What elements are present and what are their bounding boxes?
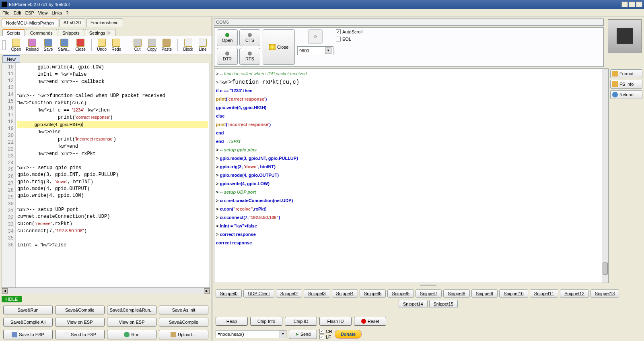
snippet-button-12[interactable]: Snippet12 <box>560 289 589 298</box>
run-button[interactable]: Run <box>107 330 156 339</box>
reload-icon <box>28 39 36 47</box>
snippet-button-5[interactable]: Snippet5 <box>360 289 386 298</box>
tab-at[interactable]: AT v0.20 <box>59 19 85 27</box>
reset-button[interactable]: Reset <box>354 317 386 326</box>
snippet-button-13[interactable]: Snippet13 <box>591 289 619 298</box>
donate-button[interactable]: Donate <box>335 330 362 339</box>
snippet-button-7[interactable]: Snippet7 <box>416 289 442 298</box>
rts-button[interactable]: RTS <box>239 48 260 65</box>
autoscroll-checkbox[interactable]: ✓AutoScroll <box>336 29 362 34</box>
status-dot-icon <box>6 298 6 301</box>
toolbar-block[interactable]: Block <box>182 38 195 52</box>
view-on-esp-button-1[interactable]: View on ESP <box>55 318 105 327</box>
snippet-button-2[interactable]: Snippet2 <box>276 289 302 298</box>
view-on-esp-button-2[interactable]: View on ESP <box>107 318 156 327</box>
snippet-button-10[interactable]: Snippet10 <box>499 289 528 298</box>
toolbar-open[interactable]: Open <box>10 38 23 52</box>
subtab-commands[interactable]: Commands <box>26 29 57 36</box>
toolbar-undo[interactable]: Undo <box>95 38 108 52</box>
save-compile-button-2[interactable]: Save&Compile <box>159 318 208 327</box>
save-compile-button[interactable]: Save&Compile <box>55 306 105 314</box>
toolbar-copy[interactable]: Copy <box>146 38 158 52</box>
snippet-button-3[interactable]: Snippet3 <box>304 289 330 298</box>
toolbar-close[interactable]: Close <box>74 38 87 52</box>
maximize-button[interactable]: □ <box>629 2 635 7</box>
eol-checkbox[interactable]: EOL <box>336 37 362 41</box>
scroll-left-icon[interactable]: ◀ <box>2 288 8 294</box>
flash-id-button[interactable]: Flash ID <box>319 317 352 326</box>
history-dropdown-icon[interactable]: ▼ <box>280 330 286 338</box>
close-port-button[interactable]: Close <box>263 29 295 65</box>
snippet-button-r2-1[interactable]: Snippet15 <box>429 300 458 308</box>
tab-frankenshtein[interactable]: Frankenshtein <box>86 19 123 27</box>
menu-help[interactable]: ? <box>66 10 68 15</box>
editor-toolbar: Open Reload Save Save... Close Undo Redo… <box>0 36 212 54</box>
close-icon <box>76 39 84 47</box>
menu-edit[interactable]: Edit <box>14 10 21 15</box>
menu-links[interactable]: Links <box>51 10 62 15</box>
snippet-button-0[interactable]: Snippet0 <box>216 289 242 298</box>
upload-button[interactable]: Upload ... <box>159 330 208 339</box>
code-area[interactable]: gpio.write(4, gpio.LOW) inInt = "kw">fal… <box>16 63 210 287</box>
toolbar-paste[interactable]: Paste <box>160 38 174 52</box>
toolbar-line[interactable]: Line <box>196 38 209 52</box>
power-icon <box>361 319 366 324</box>
save-run-button[interactable]: Save&Run <box>3 306 53 314</box>
new-file-icon[interactable] <box>2 40 6 50</box>
subtab-settings[interactable]: Settings <box>85 29 116 36</box>
subtab-scripts[interactable]: Scripts <box>2 29 25 36</box>
dtr-button[interactable]: DTR <box>217 48 238 65</box>
chip-info-button[interactable]: Chip Info <box>250 317 282 326</box>
save-icon <box>12 332 17 337</box>
toolbar-save[interactable]: Save <box>42 38 55 52</box>
refresh-ports-button[interactable]: ⟳ <box>308 29 323 44</box>
fsinfo-button[interactable]: FS Info <box>610 80 642 89</box>
chip-id-button[interactable]: Chip ID <box>285 317 317 326</box>
lf-checkbox[interactable]: ✓LF <box>319 335 332 339</box>
toolbar-reload[interactable]: Reload <box>24 38 40 52</box>
save-as-init-button[interactable]: Save As init <box>159 306 208 314</box>
cr-checkbox[interactable]: ✓CR <box>319 329 332 334</box>
file-tab-new[interactable]: New <box>2 55 20 63</box>
code-editor[interactable]: 1011121314151617181920212223242526272829… <box>2 63 210 288</box>
send-button[interactable]: ➤Send <box>289 330 317 339</box>
send-command-input[interactable] <box>216 330 280 338</box>
tab-nodemcu[interactable]: NodeMCU+MicroPython <box>2 19 58 27</box>
menu-view[interactable]: View <box>38 10 48 15</box>
minimize-button[interactable]: _ <box>621 2 628 7</box>
snippet-button-9[interactable]: Snippet9 <box>471 289 498 298</box>
block-icon <box>184 39 192 47</box>
left-panel: NodeMCU+MicroPython AT v0.20 Frankenshte… <box>0 17 212 341</box>
send-to-esp-button[interactable]: Send to ESP <box>55 330 105 339</box>
save-to-esp-button[interactable]: Save to ESP <box>3 330 53 339</box>
terminal-output[interactable]: > -- function called when UDP packet rec… <box>214 68 609 283</box>
snippet-button-4[interactable]: Snippet4 <box>332 289 358 298</box>
terminal-vscroll[interactable] <box>602 69 608 283</box>
window-titlebar: ESPlorer v0.2.0-rc1 by 4refr0nt _ □ × <box>0 0 644 9</box>
save-compile-run-button[interactable]: Save&Compile&Run... <box>107 306 156 314</box>
snippet-button-8[interactable]: Snippet8 <box>443 289 469 298</box>
save-compile-all-button[interactable]: Save&Compile All <box>3 318 53 327</box>
com-port-select[interactable]: COM6 <box>214 19 604 26</box>
heap-button[interactable]: Heap <box>216 317 248 326</box>
open-port-button[interactable]: Open <box>217 29 238 46</box>
close-window-button[interactable]: × <box>636 2 642 7</box>
snippet-button-6[interactable]: Snippet6 <box>387 289 414 298</box>
toolbar-saveas[interactable]: Save... <box>56 38 72 52</box>
scroll-right-icon[interactable]: ▶ <box>204 288 210 294</box>
menu-esp[interactable]: ESP <box>25 10 34 15</box>
toolbar-cut[interactable]: Cut <box>131 38 144 52</box>
subtab-snippets[interactable]: Snippets <box>58 29 84 36</box>
snippet-button-11[interactable]: Snippet11 <box>530 289 559 298</box>
snippet-button-1[interactable]: UDP Client <box>243 289 274 298</box>
baud-select[interactable]: 9600▼ <box>297 46 333 55</box>
format-button[interactable]: Format <box>610 69 642 78</box>
menu-file[interactable]: File <box>2 10 10 15</box>
reload-button[interactable]: Reload <box>610 90 642 99</box>
cts-button[interactable]: CTS <box>239 29 260 46</box>
editor-hscroll[interactable]: ◀ ▶ <box>2 288 210 294</box>
splitter-handle[interactable] <box>420 285 436 286</box>
toolbar-redo[interactable]: Redo <box>110 38 123 52</box>
snippet-button-r2-0[interactable]: Snippet14 <box>399 300 428 308</box>
svg-point-0 <box>108 32 110 34</box>
